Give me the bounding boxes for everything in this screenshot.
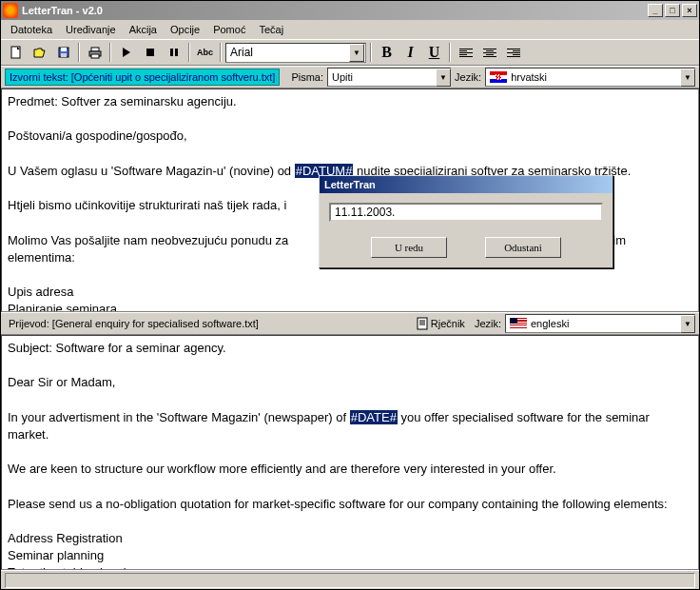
ok-button[interactable]: U redu <box>371 237 447 258</box>
date-input[interactable] <box>329 203 603 222</box>
flag-hr-icon <box>490 71 507 83</box>
toolbar: Abc Arial ▼ B I U <box>1 39 699 66</box>
source-file-label: Izvorni tekst: [Općeniti upit o specijal… <box>5 69 280 86</box>
menu-datoteka[interactable]: Datoteka <box>5 22 58 37</box>
source-header: Izvorni tekst: [Općeniti upit o specijal… <box>1 66 699 88</box>
dialog-title: LetterTran <box>320 176 612 193</box>
align-right-button[interactable] <box>502 42 524 63</box>
align-center-button[interactable] <box>478 42 500 63</box>
translation-header: Prijevod: [General enquiry for specialis… <box>1 312 699 335</box>
menubar: Datoteka Uređivanje Akcija Opcije Pomoć … <box>1 20 699 39</box>
svg-rect-6 <box>91 54 99 58</box>
tr-line: Address Registration <box>8 530 692 547</box>
open-button[interactable] <box>29 42 50 63</box>
italic-button[interactable]: I <box>399 42 421 63</box>
maximize-button[interactable]: □ <box>665 4 680 17</box>
jezik-label-source: Jezik: <box>455 71 481 83</box>
new-button[interactable] <box>5 42 27 63</box>
pisma-select[interactable]: Upiti ▼ <box>327 68 451 87</box>
pisma-value: Upiti <box>332 71 353 83</box>
flag-us-icon <box>510 318 527 329</box>
titlebar: LetterTran - v2.0 _ □ × <box>1 1 699 20</box>
minimize-button[interactable]: _ <box>648 4 663 17</box>
date-placeholder-tr[interactable]: #DATE# <box>350 410 398 424</box>
book-icon <box>417 317 428 330</box>
jezik-label-translation: Jezik: <box>475 318 501 329</box>
font-value: Arial <box>230 46 253 59</box>
svg-rect-2 <box>61 48 67 51</box>
tr-line: In your advertisment in the 'Software Ma… <box>8 409 692 443</box>
menu-pomoc[interactable]: Pomoć <box>207 22 251 37</box>
abc-button[interactable]: Abc <box>194 42 216 63</box>
cancel-button[interactable]: Odustani <box>485 237 561 258</box>
status-bar <box>1 570 699 589</box>
translation-file-label: Prijevod: [General enquiry for specialis… <box>5 316 262 331</box>
chevron-down-icon: ▼ <box>436 69 451 87</box>
tr-line: Seminar planning <box>8 547 692 564</box>
tr-line: Subject: Software for a seminar agency. <box>8 340 692 357</box>
svg-rect-4 <box>91 48 99 51</box>
target-lang-select[interactable]: engleski ▼ <box>505 314 695 333</box>
close-button[interactable]: × <box>682 4 697 17</box>
dict-label: Rječnik <box>431 318 465 329</box>
menu-uredivanje[interactable]: Uređivanje <box>60 22 122 37</box>
menu-tecaj[interactable]: Tečaj <box>253 22 289 37</box>
align-left-button[interactable] <box>455 42 476 63</box>
tr-line: We are keen to structure our workflow mo… <box>8 461 692 478</box>
bold-button[interactable]: B <box>376 42 398 63</box>
src-line: Poštovani/a gospodine/gospođo, <box>8 128 692 145</box>
tr-line: Dear Sir or Madam, <box>8 374 692 391</box>
source-lang-value: hrvatski <box>511 71 547 83</box>
window-title: LetterTran - v2.0 <box>22 5 648 16</box>
menu-opcije[interactable]: Opcije <box>165 22 205 37</box>
pisma-label: Pisma: <box>291 71 323 83</box>
date-input-dialog: LetterTran U redu Odustani <box>319 175 613 268</box>
app-icon <box>3 3 18 18</box>
print-button[interactable] <box>84 42 106 63</box>
chevron-down-icon: ▼ <box>349 44 364 62</box>
svg-rect-9 <box>175 49 178 56</box>
src-line: Upis adresa <box>8 284 692 301</box>
svg-rect-3 <box>61 53 67 57</box>
target-lang-value: engleski <box>531 318 569 329</box>
stop-button[interactable] <box>139 42 161 63</box>
save-button[interactable] <box>52 42 74 63</box>
translation-text-pane[interactable]: Subject: Software for a seminar agency. … <box>1 335 699 570</box>
tr-line: Please send us a no-obligation quotation… <box>8 496 692 513</box>
chevron-down-icon: ▼ <box>680 69 695 87</box>
menu-akcija[interactable]: Akcija <box>124 22 163 37</box>
main-window: LetterTran - v2.0 _ □ × Datoteka Uređiva… <box>0 0 700 590</box>
svg-rect-10 <box>418 318 427 329</box>
src-line: Predmet: Softver za seminarsku agenciju. <box>8 93 692 110</box>
svg-rect-8 <box>170 49 173 56</box>
svg-rect-7 <box>146 49 154 56</box>
underline-button[interactable]: U <box>423 42 445 63</box>
source-lang-select[interactable]: hrvatski ▼ <box>485 68 695 87</box>
dictionary-button[interactable]: Rječnik <box>411 315 471 332</box>
pause-button[interactable] <box>163 42 185 63</box>
font-select[interactable]: Arial ▼ <box>225 43 366 63</box>
src-line: Planiranje seminara <box>8 301 692 312</box>
play-button[interactable] <box>115 42 137 63</box>
chevron-down-icon: ▼ <box>680 315 695 333</box>
